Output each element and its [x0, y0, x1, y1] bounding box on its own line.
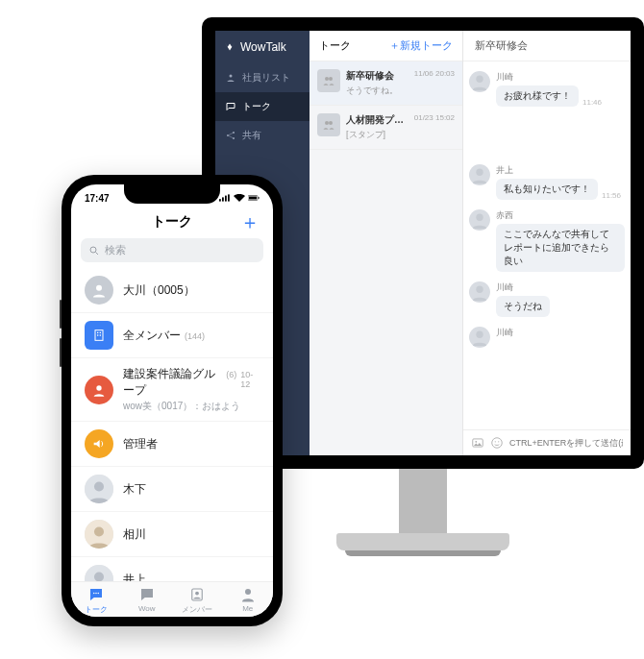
item-count: (6) [226, 370, 236, 379]
image-icon[interactable] [471, 436, 484, 450]
item-name: 全メンバー [123, 328, 181, 344]
tab-talk[interactable]: トーク [71, 586, 122, 615]
svg-rect-21 [228, 194, 230, 201]
list-item[interactable]: 大川（0005） [71, 268, 273, 313]
item-time: 10-12 [240, 370, 260, 389]
svg-point-36 [94, 527, 104, 537]
desktop-talk-list: トーク ＋新規トーク 新卒研修会 11/06 20:03 そうですね。 [310, 31, 463, 455]
wow-icon [138, 586, 156, 603]
tab-label: Wow [138, 604, 156, 613]
chat-text-input[interactable] [509, 438, 623, 448]
phone-mockup: 17:47 トーク ＋ 検索 大川（0005） 全メンバー(144) [62, 175, 283, 626]
new-talk-plus-button[interactable]: ＋ [240, 209, 260, 235]
chat-message: 井上 私も知りたいです！ 11:56 [469, 164, 625, 200]
desktop-chat: 新卒研修会 川崎 お疲れ様です！ 11:46 [463, 31, 631, 455]
svg-point-41 [93, 593, 95, 595]
nav-members[interactable]: 社員リスト [215, 63, 310, 92]
chat-message: 川崎 そうだね [469, 281, 625, 317]
avatar [469, 209, 490, 231]
wifi-icon [234, 193, 245, 203]
nav-members-label: 社員リスト [242, 71, 290, 85]
group-red-icon [85, 376, 113, 404]
svg-rect-24 [259, 197, 260, 199]
list-item[interactable]: 全メンバー(144) [71, 313, 273, 358]
tab-members[interactable]: メンバー [172, 586, 223, 615]
new-talk-button[interactable]: ＋新規トーク [389, 38, 453, 53]
talk-item-time: 11/06 20:03 [414, 69, 455, 83]
search-icon [88, 245, 100, 256]
avatar [469, 327, 490, 348]
talk-item-0[interactable]: 新卒研修会 11/06 20:03 そうですね。 [310, 61, 462, 106]
svg-rect-30 [97, 334, 98, 335]
svg-point-4 [325, 77, 329, 81]
talk-item-1[interactable]: 人材開発プロジ… 01/23 15:02 [スタンプ] [310, 106, 462, 150]
tab-label: トーク [85, 604, 108, 615]
svg-point-0 [230, 75, 233, 78]
phone-header: トーク ＋ [71, 207, 273, 238]
avatar [469, 164, 490, 185]
talk-item-title: 新卒研修会 [346, 69, 394, 83]
app-logo: WowTalk [215, 31, 310, 63]
message-sender: 赤西 [496, 209, 625, 222]
list-item[interactable]: 管理者 [71, 422, 273, 467]
tab-wow[interactable]: Wow [122, 586, 173, 615]
chat-body: 川崎 お疲れ様です！ 11:46 井上 私も知りたいです！ 1 [463, 61, 631, 429]
avatar [469, 71, 490, 92]
list-item[interactable]: 相川 [71, 512, 273, 557]
item-name: 相川 [123, 526, 146, 543]
battery-icon [248, 193, 260, 203]
message-bubble: お疲れ様です！ [496, 85, 579, 107]
chat-message: 川崎 [469, 327, 625, 348]
chat-bubble-icon [87, 586, 105, 603]
svg-point-10 [476, 214, 483, 221]
svg-point-5 [329, 77, 333, 81]
item-preview: wow美（0017）：おはよう [123, 400, 260, 413]
svg-point-6 [325, 121, 329, 125]
phone-talk-list[interactable]: 大川（0005） 全メンバー(144) 建設案件議論グループ (6) 10-12… [71, 268, 273, 581]
svg-point-45 [195, 592, 199, 596]
nav-share-label: 共有 [242, 129, 261, 142]
talk-item-preview: そうですね。 [346, 85, 455, 97]
svg-point-8 [476, 76, 483, 83]
status-time: 17:47 [85, 193, 110, 204]
phone-tab-bar: トーク Wow メンバー Me [71, 581, 273, 617]
item-name: 木下 [123, 481, 146, 498]
signal-icon [219, 193, 231, 203]
search-field[interactable]: 検索 [81, 238, 263, 262]
chat-title: 新卒研修会 [463, 31, 631, 61]
list-item[interactable]: 建設案件議論グループ (6) 10-12 wow美（0017）：おはよう [71, 358, 273, 422]
share-icon [225, 130, 236, 141]
svg-rect-27 [95, 330, 103, 341]
me-icon [239, 586, 257, 603]
svg-point-9 [476, 169, 483, 176]
list-item[interactable]: 井上 [71, 557, 273, 581]
monitor-stand-base [336, 533, 509, 550]
svg-point-25 [90, 247, 96, 253]
tab-label: Me [242, 604, 253, 613]
message-sender: 川崎 [496, 71, 602, 84]
svg-point-16 [495, 441, 496, 442]
list-item[interactable]: 木下 [71, 467, 273, 512]
svg-rect-20 [225, 196, 227, 202]
svg-point-42 [96, 593, 98, 595]
svg-point-15 [492, 438, 503, 449]
svg-rect-31 [100, 334, 101, 335]
tab-me[interactable]: Me [223, 586, 274, 615]
avatar [469, 281, 490, 303]
svg-point-34 [94, 482, 104, 492]
avatar-photo [85, 520, 113, 549]
speaker-icon [85, 429, 113, 458]
svg-point-17 [498, 441, 499, 442]
members-icon [188, 586, 206, 603]
person-icon [85, 276, 113, 305]
svg-point-46 [245, 589, 251, 595]
emoji-icon[interactable] [490, 436, 504, 450]
message-bubble: そうだね [496, 296, 550, 317]
talk-list-title: トーク [319, 38, 351, 53]
chat-message: 赤西 ここでみんなで共有してレポートに追加できたら良い [469, 209, 625, 272]
item-count: (144) [185, 331, 205, 341]
nav-talk[interactable]: トーク [215, 92, 310, 121]
chat-icon [225, 101, 236, 112]
talk-item-preview: [スタンプ] [346, 129, 455, 141]
nav-share[interactable]: 共有 [215, 121, 310, 150]
